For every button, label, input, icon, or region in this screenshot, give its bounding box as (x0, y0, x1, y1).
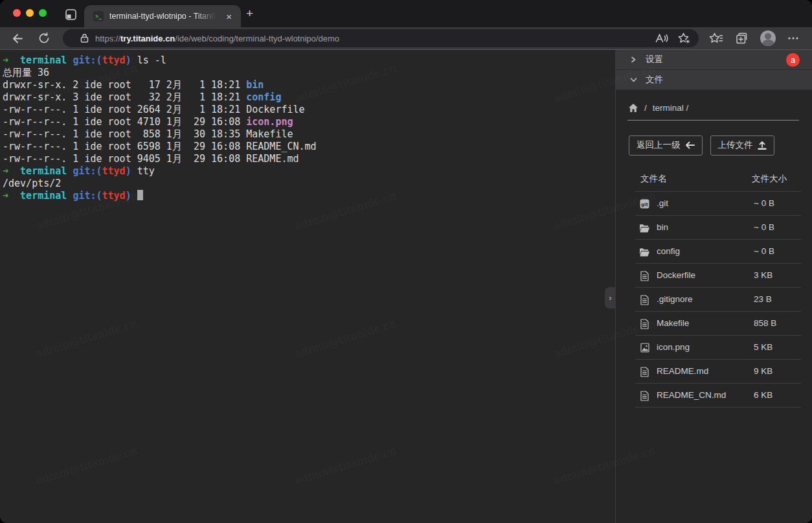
reload-icon[interactable] (38, 32, 51, 45)
minimize-window-button[interactable] (26, 9, 34, 17)
file-size: 858 B (754, 318, 776, 328)
lock-icon[interactable] (80, 33, 89, 43)
file-row[interactable]: README.md9 KB (635, 359, 801, 383)
read-aloud-icon[interactable] (655, 32, 668, 44)
file-row[interactable]: config~ 0 B (635, 239, 801, 263)
breadcrumb-root[interactable]: / (644, 103, 647, 113)
tab-title: terminal-ttyd-wlotnipo - TitanIDE (109, 12, 220, 21)
table-bottom-divider (635, 407, 801, 408)
favorites-icon[interactable] (709, 32, 723, 45)
breadcrumb: / terminal / (628, 99, 799, 116)
terminal-line: 总用量 36 (3, 67, 615, 79)
sidebar-sections: 设置 a 文件 (616, 50, 812, 90)
file-name[interactable]: .git (657, 198, 668, 208)
git-icon: git (639, 198, 650, 209)
terminal-line: -rw-r--r--. 1 ide root 9405 1月 29 16:08 … (3, 153, 615, 165)
file-size: ~ 0 B (754, 198, 774, 208)
terminal-line: -rw-r--r--. 1 ide root 4710 1月 29 16:08 … (3, 116, 615, 128)
terminal-line: ➜ terminal git:(ttyd) (3, 190, 615, 202)
column-filename: 文件名 (640, 173, 667, 185)
terminal-line: -rw-r--r--. 1 ide root 6598 1月 29 16:08 … (3, 141, 615, 153)
back-icon[interactable] (11, 32, 25, 45)
go-up-button[interactable]: 返回上一级 (629, 135, 703, 156)
file-size: 5 KB (754, 342, 773, 352)
url-bar[interactable]: https://try.titanide.cn/ide/web/coding/t… (63, 29, 699, 47)
collections-icon[interactable] (735, 32, 749, 45)
file-row[interactable]: .gitignore23 B (635, 287, 801, 311)
file-row[interactable]: Makefile858 B (635, 311, 801, 335)
url-path: /ide/web/coding/terminal-ttyd-wlotnipo/d… (175, 34, 339, 43)
file-name[interactable]: Makefile (657, 318, 689, 328)
chevron-down-icon (630, 76, 639, 83)
file-name[interactable]: README.md (657, 366, 708, 376)
notification-badge: a (786, 53, 800, 67)
file-icon (639, 390, 650, 401)
terminal-line: ➜ terminal git:(ttyd) ls -l (3, 54, 615, 67)
tab-actions-icon[interactable] (63, 7, 78, 21)
upload-label: 上传文件 (718, 139, 753, 151)
chevron-right-icon (630, 56, 639, 63)
new-tab-button[interactable]: + (246, 8, 253, 19)
breadcrumb-dir[interactable]: terminal / (653, 103, 689, 113)
arrow-left-icon (685, 141, 695, 149)
file-sidebar: › 设置 a 文件 (615, 50, 812, 523)
file-row[interactable]: git.git~ 0 B (635, 191, 801, 215)
file-icon (639, 318, 650, 329)
file-name[interactable]: Dockerfile (657, 270, 695, 280)
file-name[interactable]: icon.png (657, 342, 690, 352)
file-size: ~ 0 B (754, 222, 774, 232)
sidebar-section-files[interactable]: 文件 (616, 70, 812, 90)
file-name[interactable]: config (657, 246, 680, 256)
folder-icon (639, 222, 650, 233)
terminal-line: -rw-r--r--. 1 ide root 858 1月 30 18:35 M… (3, 128, 615, 141)
add-favorite-icon[interactable] (677, 32, 691, 45)
profile-avatar[interactable] (760, 30, 776, 46)
file-row[interactable]: bin~ 0 B (635, 215, 801, 239)
file-actions: 返回上一级 上传文件 (629, 135, 812, 156)
file-size: 6 KB (754, 390, 773, 400)
url-scheme: https:// (95, 34, 120, 43)
close-window-button[interactable] (13, 9, 21, 17)
folder-icon (639, 246, 650, 257)
toolbar-right-icons (709, 30, 799, 46)
file-name[interactable]: bin (657, 222, 668, 232)
go-up-label: 返回上一级 (637, 139, 681, 151)
image-icon (639, 342, 650, 353)
terminal-line: -rw-r--r--. 1 ide root 2664 2月 1 18:21 D… (3, 104, 615, 116)
file-table-header: 文件名 文件大小 (635, 170, 801, 191)
breadcrumb-divider (627, 120, 799, 121)
terminal-line: /dev/pts/2 (3, 178, 615, 190)
sidebar-collapse-handle[interactable]: › (605, 287, 616, 308)
tab-close-icon[interactable]: × (223, 10, 234, 23)
terminal-line: ➜ terminal git:(ttyd) tty (3, 165, 615, 178)
file-name[interactable]: .gitignore (657, 294, 693, 304)
file-row[interactable]: README_CN.md6 KB (635, 383, 801, 407)
column-filesize: 文件大小 (752, 173, 787, 185)
terminal-favicon: >_ (93, 11, 104, 21)
terminal-line: drwxr-sr-x. 3 ide root 32 2月 1 18:21 con… (3, 91, 615, 104)
browser-window: >_ terminal-ttyd-wlotnipo - TitanIDE × + (0, 0, 812, 523)
terminal[interactable]: ➜ terminal git:(ttyd) ls -l总用量 36drwxr-s… (0, 50, 615, 523)
file-icon (639, 366, 650, 377)
file-size: 9 KB (754, 366, 773, 376)
file-name[interactable]: README_CN.md (657, 390, 726, 400)
file-size: 23 B (754, 294, 772, 304)
file-size: ~ 0 B (754, 246, 774, 256)
file-row[interactable]: Dockerfile3 KB (635, 263, 801, 287)
file-icon (639, 270, 650, 281)
upload-file-button[interactable]: 上传文件 (710, 135, 774, 156)
file-icon (639, 294, 650, 305)
terminal-line: drwxr-sr-x. 2 ide root 17 2月 1 18:21 bin (3, 79, 615, 91)
file-size: 3 KB (754, 270, 773, 280)
file-row[interactable]: icon.png5 KB (635, 335, 801, 359)
zoom-window-button[interactable] (39, 9, 47, 17)
url-host: try.titanide.cn (120, 34, 175, 43)
file-table: 文件名 文件大小 git.git~ 0 Bbin~ 0 Bconfig~ 0 B… (635, 170, 801, 408)
upload-icon (758, 141, 767, 150)
browser-tab[interactable]: >_ terminal-ttyd-wlotnipo - TitanIDE × (84, 5, 241, 27)
url-text: https://try.titanide.cn/ide/web/coding/t… (95, 34, 646, 43)
section-label: 设置 (646, 54, 663, 65)
sidebar-section-settings[interactable]: 设置 a (616, 50, 812, 70)
home-icon[interactable] (628, 103, 638, 113)
more-menu-icon[interactable] (787, 36, 799, 40)
